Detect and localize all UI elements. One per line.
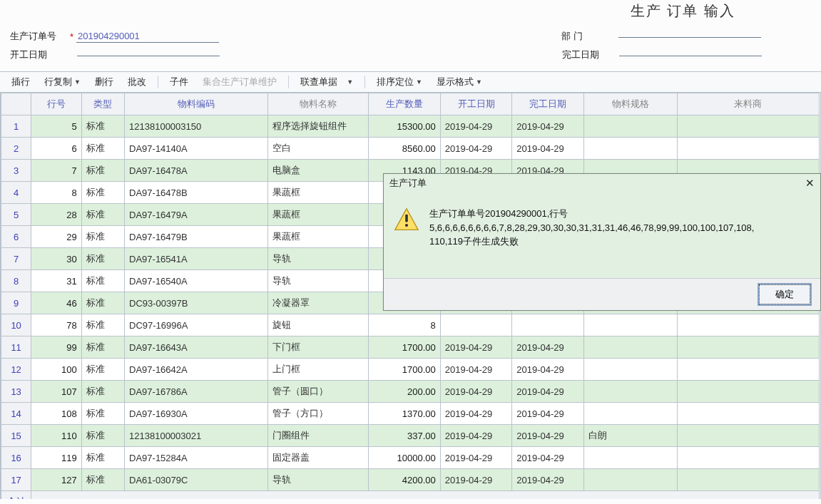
cell-material-code[interactable]: DA97-15284A bbox=[125, 447, 268, 469]
cell-vendor[interactable] bbox=[677, 403, 819, 425]
table-row[interactable]: 12100标准DA97-16642A上门框1700.002019-04-2920… bbox=[1, 359, 820, 381]
cell-material-code[interactable]: DA97-16478A bbox=[125, 160, 268, 182]
cell-material-code[interactable]: DC93-00397B bbox=[125, 292, 268, 314]
cell-material-code[interactable]: DA97-16479B bbox=[125, 226, 268, 248]
cell-line-no[interactable]: 127 bbox=[31, 469, 81, 491]
cell-start[interactable]: 2019-04-29 bbox=[440, 138, 512, 160]
cell-rownum[interactable]: 2 bbox=[1, 138, 31, 160]
cell-material-code[interactable]: DA97-16541A bbox=[125, 248, 268, 270]
cell-vendor[interactable] bbox=[677, 425, 819, 447]
cell-material-name[interactable]: 程序选择旋钮组件 bbox=[268, 115, 369, 138]
cell-qty[interactable]: 8560.00 bbox=[369, 138, 441, 160]
cell-type[interactable]: 标准 bbox=[81, 160, 124, 182]
cell-qty[interactable]: 4200.00 bbox=[369, 469, 441, 491]
cell-type[interactable]: 标准 bbox=[81, 138, 124, 160]
cell-spec[interactable]: 白朗 bbox=[583, 425, 677, 447]
cell-type[interactable]: 标准 bbox=[81, 115, 124, 138]
cell-material-name[interactable]: 管子（方口） bbox=[268, 403, 369, 425]
cell-material-code[interactable]: DC97-16996A bbox=[125, 314, 268, 336]
cell-qty[interactable]: 8 bbox=[369, 314, 441, 336]
cell-type[interactable]: 标准 bbox=[81, 336, 124, 359]
cell-start[interactable]: 2019-04-29 bbox=[440, 381, 512, 403]
cell-end[interactable]: 2019-04-29 bbox=[512, 138, 584, 160]
cell-type[interactable]: 标准 bbox=[81, 182, 124, 204]
table-row[interactable]: 1078标准DC97-16996A旋钮8 bbox=[1, 314, 820, 336]
cell-end[interactable] bbox=[512, 314, 584, 336]
cell-line-no[interactable]: 30 bbox=[31, 248, 81, 270]
cell-type[interactable]: 标准 bbox=[81, 447, 124, 469]
cell-material-name[interactable]: 旋钮 bbox=[268, 314, 369, 336]
cell-start[interactable]: 2019-04-29 bbox=[440, 425, 512, 447]
cell-start[interactable]: 2019-04-29 bbox=[440, 336, 512, 359]
cell-line-no[interactable]: 6 bbox=[31, 138, 81, 160]
cell-material-code[interactable]: DA97-16478B bbox=[125, 182, 268, 204]
tb-link[interactable]: 联查单据 ▼ bbox=[295, 74, 359, 90]
cell-end[interactable]: 2019-04-29 bbox=[512, 447, 584, 469]
cell-qty[interactable]: 10000.00 bbox=[369, 447, 441, 469]
cell-spec[interactable] bbox=[583, 359, 677, 381]
cell-vendor[interactable] bbox=[677, 359, 819, 381]
cell-spec[interactable] bbox=[583, 469, 677, 491]
cell-end[interactable]: 2019-04-29 bbox=[512, 359, 584, 381]
cell-end[interactable]: 2019-04-29 bbox=[512, 469, 584, 491]
cell-spec[interactable] bbox=[583, 314, 677, 336]
cell-line-no[interactable]: 110 bbox=[31, 425, 81, 447]
cell-rownum[interactable]: 16 bbox=[1, 447, 31, 469]
cell-material-code[interactable]: DA97-16786A bbox=[125, 381, 268, 403]
dialog-titlebar[interactable]: 生产订单 ✕ bbox=[384, 174, 820, 192]
cell-material-name[interactable]: 果蔬框 bbox=[268, 182, 369, 204]
cell-material-name[interactable]: 导轨 bbox=[268, 248, 369, 270]
cell-spec[interactable] bbox=[583, 336, 677, 359]
cell-material-name[interactable]: 冷凝器罩 bbox=[268, 292, 369, 314]
cell-line-no[interactable]: 108 bbox=[31, 403, 81, 425]
cell-line-no[interactable]: 99 bbox=[31, 336, 81, 359]
cell-start[interactable]: 2019-04-29 bbox=[440, 403, 512, 425]
cell-material-name[interactable]: 固定器盖 bbox=[268, 447, 369, 469]
cell-end[interactable]: 2019-04-29 bbox=[512, 403, 584, 425]
tb-sort[interactable]: 排序定位▼ bbox=[371, 74, 428, 90]
cell-material-code[interactable]: DA97-16642A bbox=[125, 359, 268, 381]
cell-rownum[interactable]: 5 bbox=[1, 204, 31, 226]
cell-spec[interactable] bbox=[583, 381, 677, 403]
col-vendor[interactable]: 来料商 bbox=[677, 93, 819, 115]
cell-material-name[interactable]: 果蔬框 bbox=[268, 226, 369, 248]
cell-spec[interactable] bbox=[583, 403, 677, 425]
table-row[interactable]: 26标准DA97-14140A空白8560.002019-04-292019-0… bbox=[1, 138, 820, 160]
cell-material-name[interactable]: 管子（圆口） bbox=[268, 381, 369, 403]
table-row[interactable]: 16119标准DA97-15284A固定器盖10000.002019-04-29… bbox=[1, 447, 820, 469]
cell-rownum[interactable]: 1 bbox=[1, 115, 31, 138]
cell-type[interactable]: 标准 bbox=[81, 204, 124, 226]
cell-vendor[interactable] bbox=[677, 469, 819, 491]
cell-line-no[interactable]: 78 bbox=[31, 314, 81, 336]
col-material-name[interactable]: 物料名称 bbox=[268, 93, 369, 115]
cell-end[interactable]: 2019-04-29 bbox=[512, 381, 584, 403]
cell-material-name[interactable]: 门圈组件 bbox=[268, 425, 369, 447]
cell-vendor[interactable] bbox=[677, 447, 819, 469]
cell-material-code[interactable]: 12138100003150 bbox=[125, 115, 268, 138]
cell-material-code[interactable]: DA97-16930A bbox=[125, 403, 268, 425]
table-row[interactable]: 14108标准DA97-16930A管子（方口）1370.002019-04-2… bbox=[1, 403, 820, 425]
cell-material-code[interactable]: DA97-16643A bbox=[125, 336, 268, 359]
cell-line-no[interactable]: 8 bbox=[31, 182, 81, 204]
cell-material-name[interactable]: 导轨 bbox=[268, 469, 369, 491]
cell-line-no[interactable]: 28 bbox=[31, 204, 81, 226]
cell-vendor[interactable] bbox=[677, 381, 819, 403]
end-date-input[interactable] bbox=[619, 54, 762, 56]
cell-rownum[interactable]: 6 bbox=[1, 226, 31, 248]
table-row[interactable]: 13107标准DA97-16786A管子（圆口）200.002019-04-29… bbox=[1, 381, 820, 403]
col-qty[interactable]: 生产数量 bbox=[369, 93, 441, 115]
cell-start[interactable] bbox=[440, 314, 512, 336]
cell-start[interactable]: 2019-04-29 bbox=[440, 469, 512, 491]
cell-type[interactable]: 标准 bbox=[81, 425, 124, 447]
col-end[interactable]: 完工日期 bbox=[512, 93, 584, 115]
cell-rownum[interactable]: 10 bbox=[1, 314, 31, 336]
table-row[interactable]: 17127标准DA61-03079C导轨4200.002019-04-29201… bbox=[1, 469, 820, 491]
start-date-input[interactable] bbox=[77, 54, 220, 56]
cell-type[interactable]: 标准 bbox=[81, 292, 124, 314]
cell-type[interactable]: 标准 bbox=[81, 248, 124, 270]
cell-rownum[interactable]: 15 bbox=[1, 425, 31, 447]
cell-vendor[interactable] bbox=[677, 115, 819, 138]
cell-end[interactable]: 2019-04-29 bbox=[512, 115, 584, 138]
cell-line-no[interactable]: 100 bbox=[31, 359, 81, 381]
tb-display[interactable]: 显示格式▼ bbox=[431, 74, 488, 90]
